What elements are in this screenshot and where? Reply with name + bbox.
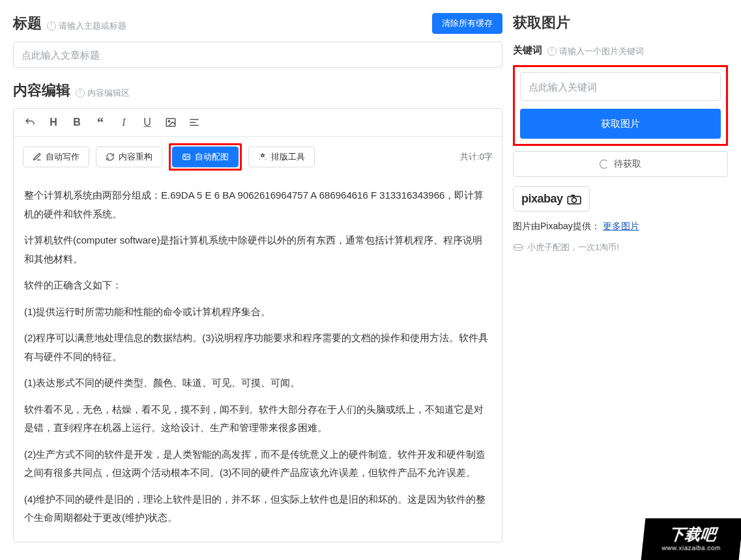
layout-tool-button[interactable]: 排版工具	[248, 147, 315, 167]
content-label: 内容编辑	[13, 81, 70, 100]
coin-line: 小虎子配图，一次1淘币!	[513, 242, 728, 253]
auto-write-button[interactable]: 自动写作	[23, 147, 89, 167]
svg-point-8	[572, 197, 576, 202]
paragraph: 整个计算机系统由两部分组成：E.69DA 5 E 6 BA 9062616964…	[24, 186, 491, 223]
image-icon[interactable]	[164, 115, 178, 130]
pixabay-badge: pixabay	[513, 186, 590, 212]
title-input[interactable]	[13, 42, 502, 68]
bold-icon[interactable]: B	[70, 115, 84, 130]
paragraph: (1)提供运行时所需功能和性能的命令或计算机程序集合。	[24, 303, 491, 322]
keyword-header: 关键词 ! 请输入一个图片关键词	[513, 44, 728, 57]
paragraph: (4)维护不同的硬件是旧的，理论上软件是旧的，并不坏，但实际上软件也是旧的和坏的…	[24, 490, 491, 527]
paragraph: 计算机软件(computer software)是指计算机系统中除硬件以外的所有…	[24, 231, 491, 268]
svg-point-6	[184, 156, 186, 157]
heading-icon[interactable]: H	[46, 115, 61, 130]
title-header: 标题 ! 请输入主题或标题 清除所有缓存	[13, 13, 502, 34]
svg-point-1	[168, 120, 169, 122]
more-images-link[interactable]: 更多图片	[603, 221, 639, 231]
paragraph: 软件的正确含义如下：	[24, 276, 491, 295]
title-label: 标题	[13, 14, 42, 33]
editor-actions: 自动写作 内容重构 自动配图 排版工具	[14, 137, 502, 177]
keyword-label: 关键词	[513, 44, 542, 57]
pending-status: 待获取	[513, 151, 728, 177]
fetch-image-title: 获取图片	[513, 13, 570, 33]
paragraph: (2)生产方式不同的软件是开发，是人类智能的高发挥，而不是传统意义上的硬件制造。…	[24, 445, 491, 483]
watermark: 下载吧 www.xiazaiba.com	[641, 518, 741, 560]
info-icon: !	[47, 21, 56, 31]
content-hint: ! 内容编辑区	[76, 87, 130, 99]
reconstruct-button[interactable]: 内容重构	[96, 147, 162, 167]
title-hint: ! 请输入主题或标题	[47, 20, 126, 32]
side-column: 获取图片 关键词 ! 请输入一个图片关键词 获取图片 待获取 pixabay 图…	[513, 13, 728, 560]
editor: H B “ I U 自动写作 内容重构	[13, 108, 502, 542]
paragraph: (2)程序可以满意地处理信息的数据结构。(3)说明程序功能要求和程序需要的文档的…	[24, 329, 491, 366]
italic-icon[interactable]: I	[117, 115, 131, 130]
quote-icon[interactable]: “	[93, 115, 108, 130]
spinner-icon	[600, 160, 609, 169]
editor-toolbar: H B “ I U	[14, 109, 502, 137]
char-count: 共计:0字	[460, 151, 493, 163]
paragraph: (1)表达形式不同的硬件类型、颜色、味道、可见、可摸、可闻。	[24, 374, 491, 393]
editor-content[interactable]: 整个计算机系统由两部分组成：E.69DA 5 E 6 BA 9062616964…	[14, 177, 502, 542]
coin-icon	[513, 243, 523, 252]
align-left-icon[interactable]	[187, 115, 201, 130]
info-icon: !	[76, 89, 85, 98]
keyword-input[interactable]	[520, 72, 721, 101]
fetch-image-header: 获取图片	[513, 13, 728, 33]
main-column: 标题 ! 请输入主题或标题 清除所有缓存 内容编辑 ! 内容编辑区 H B “	[13, 13, 502, 560]
fetch-image-button[interactable]: 获取图片	[520, 109, 721, 139]
svg-rect-9	[571, 194, 574, 197]
camera-icon	[567, 194, 581, 204]
auto-image-button[interactable]: 自动配图	[172, 147, 239, 167]
highlight-auto-image: 自动配图	[169, 143, 242, 171]
undo-icon[interactable]	[23, 115, 37, 130]
paragraph: 软件看不见，无色，枯燥，看不见，摸不到，闻不到。软件大部分存在于人们的头脑或纸上…	[24, 400, 491, 438]
info-icon: !	[547, 47, 557, 56]
clear-cache-button[interactable]: 清除所有缓存	[432, 13, 502, 34]
provider-line: 图片由Pixabay提供： 更多图片	[513, 221, 728, 232]
svg-point-10	[514, 244, 522, 247]
keyword-hint: ! 请输入一个图片关键词	[547, 46, 644, 57]
highlight-keyword-area: 获取图片	[513, 65, 728, 146]
content-header: 内容编辑 ! 内容编辑区	[13, 81, 502, 100]
underline-icon[interactable]: U	[140, 115, 154, 130]
